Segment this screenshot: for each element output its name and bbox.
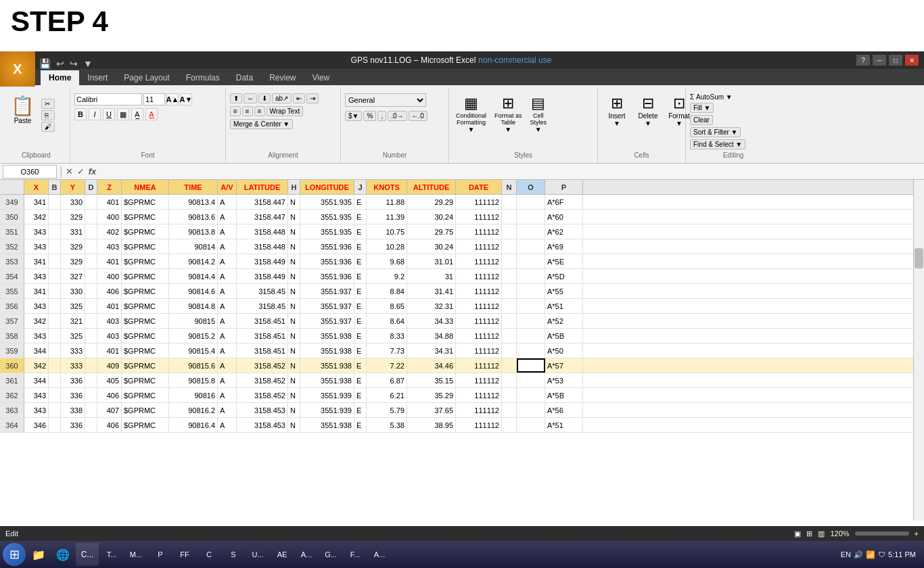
col-header-date[interactable]: DATE	[456, 180, 502, 194]
redo-quick-btn[interactable]: ↪	[68, 57, 79, 70]
cell-time[interactable]: 90814.2	[169, 254, 218, 268]
cell-nmea[interactable]: $GPRMC	[122, 314, 169, 328]
confirm-formula-icon[interactable]: ✓	[77, 166, 85, 176]
align-middle-button[interactable]: ↔	[244, 93, 257, 103]
cell-h[interactable]: N	[288, 269, 300, 283]
cell-alt[interactable]: 37.65	[407, 403, 456, 417]
cell-n[interactable]	[502, 388, 517, 402]
cell-p[interactable]: A*57	[545, 358, 583, 373]
taskbar-app9[interactable]: AE	[271, 543, 294, 566]
taskbar-app12[interactable]: F...	[344, 543, 367, 566]
speaker-icon[interactable]: 🔊	[854, 550, 863, 559]
delete-button[interactable]: ⊟ Delete ▼	[633, 93, 663, 128]
cell-o[interactable]	[517, 210, 545, 224]
cell-o[interactable]	[517, 314, 545, 328]
cell-n[interactable]	[502, 210, 517, 224]
cell-j[interactable]: E	[354, 388, 367, 402]
cell-time[interactable]: 90814	[169, 239, 218, 254]
cell-a[interactable]: 341	[24, 284, 49, 298]
col-header-nmea[interactable]: NMEA	[122, 180, 169, 194]
cell-n[interactable]	[502, 299, 517, 313]
cell-d[interactable]	[85, 254, 97, 268]
cell-lon[interactable]: 3551.937	[300, 284, 354, 298]
cell-o[interactable]	[517, 358, 545, 373]
cell-e[interactable]: 409	[97, 358, 122, 373]
cell-lat[interactable]: 3158.451	[237, 329, 288, 343]
cell-lon[interactable]: 3551.938	[300, 358, 354, 373]
cell-d[interactable]	[85, 388, 97, 402]
font-shrink-button[interactable]: A▼	[180, 93, 192, 105]
cell-av[interactable]: A	[218, 195, 237, 209]
currency-button[interactable]: $▼	[345, 111, 362, 121]
cell-time[interactable]: 90814.8	[169, 299, 218, 313]
cell-a[interactable]: 344	[24, 344, 49, 358]
cell-time[interactable]: 90815.8	[169, 373, 218, 387]
cell-e[interactable]: 400	[97, 210, 122, 224]
cell-a[interactable]: 343	[24, 269, 49, 283]
cell-av[interactable]: A	[218, 329, 237, 343]
cell-p[interactable]: A*69	[545, 239, 583, 254]
cell-n[interactable]	[502, 358, 517, 373]
bold-button[interactable]: B	[74, 108, 87, 120]
cell-lon[interactable]: 3551.937	[300, 299, 354, 313]
cell-lat[interactable]: 3158.448	[237, 239, 288, 254]
cell-o[interactable]	[517, 329, 545, 343]
cell-lat[interactable]: 3158.45	[237, 284, 288, 298]
tab-review[interactable]: Review	[261, 70, 304, 85]
cell-b[interactable]	[49, 195, 61, 209]
cell-c[interactable]: 336	[61, 388, 85, 402]
format-as-table-button[interactable]: ⊞ Format asTable ▼	[492, 93, 525, 135]
view-layout-icon[interactable]: ⊞	[806, 529, 812, 538]
cell-b[interactable]	[49, 224, 61, 239]
cell-knots[interactable]: 6.87	[367, 373, 407, 387]
cell-a[interactable]: 342	[24, 358, 49, 373]
tab-home[interactable]: Home	[41, 70, 79, 85]
cell-n[interactable]	[502, 329, 517, 343]
cell-av[interactable]: A	[218, 224, 237, 239]
cell-alt[interactable]: 35.29	[407, 388, 456, 402]
cell-b[interactable]	[49, 373, 61, 387]
row-number[interactable]: 354	[0, 269, 24, 283]
indent-decrease-button[interactable]: ⇤	[293, 93, 305, 103]
cell-h[interactable]: N	[288, 358, 300, 373]
cell-e[interactable]: 403	[97, 239, 122, 254]
col-header-p[interactable]: P	[545, 180, 583, 194]
cell-h[interactable]: N	[288, 418, 300, 432]
cell-date[interactable]: 111112	[456, 210, 502, 224]
cell-time[interactable]: 90815.6	[169, 358, 218, 373]
customize-quick-btn[interactable]: ▼	[82, 57, 94, 70]
cell-date[interactable]: 111112	[456, 418, 502, 432]
cell-p[interactable]: A*53	[545, 373, 583, 387]
cell-alt[interactable]: 34.88	[407, 329, 456, 343]
cell-date[interactable]: 111112	[456, 329, 502, 343]
col-header-h[interactable]: H	[288, 180, 300, 194]
find-select-button[interactable]: Find & Select ▼	[690, 139, 745, 149]
cell-p[interactable]: A*56	[545, 403, 583, 417]
cell-av[interactable]: A	[218, 210, 237, 224]
cell-a[interactable]: 342	[24, 210, 49, 224]
cell-nmea[interactable]: $GPRMC	[122, 224, 169, 239]
cell-h[interactable]: N	[288, 403, 300, 417]
cell-o[interactable]	[517, 388, 545, 402]
cell-o[interactable]	[517, 284, 545, 298]
cell-d[interactable]	[85, 403, 97, 417]
cell-lon[interactable]: 3551.935	[300, 195, 354, 209]
cell-c[interactable]: 336	[61, 418, 85, 432]
security-icon[interactable]: 🛡	[878, 550, 885, 559]
cell-e[interactable]: 401	[97, 344, 122, 358]
cell-knots[interactable]: 9.68	[367, 254, 407, 268]
cell-h[interactable]: N	[288, 254, 300, 268]
fill-color-button[interactable]: A̲	[131, 108, 143, 120]
cell-c[interactable]: 325	[61, 329, 85, 343]
cell-a[interactable]: 341	[24, 254, 49, 268]
cell-n[interactable]	[502, 373, 517, 387]
cell-knots[interactable]: 8.33	[367, 329, 407, 343]
cell-d[interactable]	[85, 195, 97, 209]
cell-lon[interactable]: 3551.938	[300, 418, 354, 432]
row-number[interactable]: 359	[0, 344, 24, 358]
percent-button[interactable]: %	[363, 111, 376, 121]
cell-j[interactable]: E	[354, 373, 367, 387]
cell-lat[interactable]: 3158.448	[237, 224, 288, 239]
col-header-lat[interactable]: LATITUDE	[237, 180, 288, 194]
cell-p[interactable]: A*60	[545, 210, 583, 224]
